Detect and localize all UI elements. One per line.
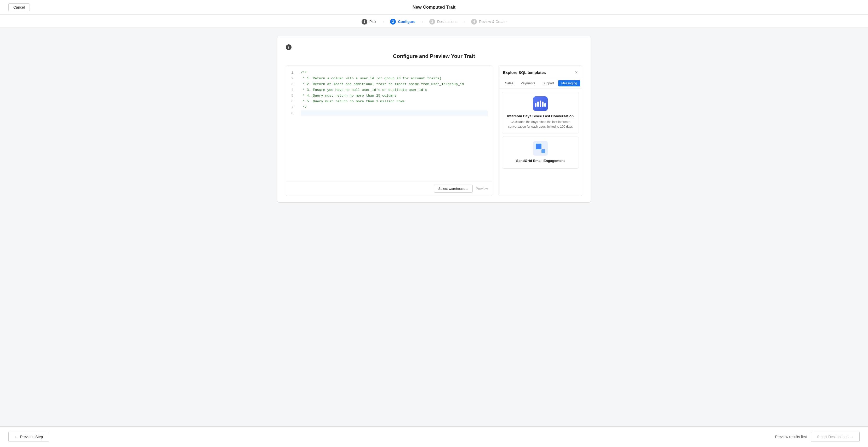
previous-step-button[interactable]: ← Previous Step bbox=[8, 432, 49, 442]
square-2 bbox=[541, 149, 545, 153]
code-editor[interactable]: 1 2 3 4 5 6 7 8 /** * 1. Return a column… bbox=[286, 66, 492, 181]
editor-footer: Select warehouse... Preview bbox=[286, 181, 492, 196]
editor-panel-container: 1 2 3 4 5 6 7 8 /** * 1. Return a column… bbox=[286, 66, 582, 196]
select-destinations-button[interactable]: Select Destinations → bbox=[811, 432, 860, 442]
step-pick[interactable]: 1 Pick bbox=[355, 19, 382, 25]
template-tabs: Sales Payments Support Messaging bbox=[499, 78, 582, 89]
square-1 bbox=[536, 144, 541, 149]
cancel-button[interactable]: Cancel bbox=[8, 3, 30, 11]
template-list: Intercom Days Since Last Conversation Ca… bbox=[499, 89, 582, 196]
intercom-template-desc: Calculates the days since the last Inter… bbox=[506, 119, 575, 129]
step-pick-circle: 1 bbox=[362, 19, 367, 25]
sendgrid-squares bbox=[536, 144, 545, 153]
sql-panel-title: Explore SQL templates bbox=[503, 70, 546, 75]
step-configure-circle: 2 bbox=[390, 19, 396, 25]
preview-results-text: Preview results first bbox=[775, 435, 807, 439]
bar-1 bbox=[535, 103, 536, 107]
prev-step-label: Previous Step bbox=[20, 435, 43, 439]
bottom-bar: ← Previous Step Preview results first Se… bbox=[0, 426, 868, 447]
select-dest-label: Select Destinations bbox=[817, 435, 848, 439]
template-card-sendgrid[interactable]: SendGrid Email Engagement bbox=[502, 137, 579, 169]
close-sql-panel-button[interactable]: × bbox=[575, 70, 578, 75]
bar-5 bbox=[544, 103, 546, 107]
page-title: New Computed Trait bbox=[412, 5, 456, 10]
step-destinations[interactable]: 3 Destinations bbox=[423, 19, 464, 25]
line-numbers: 1 2 3 4 5 6 7 8 bbox=[286, 70, 297, 177]
bar-2 bbox=[537, 102, 539, 107]
intercom-template-name: Intercom Days Since Last Conversation bbox=[506, 114, 575, 118]
select-dest-arrow-icon: → bbox=[850, 435, 854, 439]
sql-templates-panel: Explore SQL templates × Sales Payments S… bbox=[499, 66, 582, 196]
sendgrid-template-name: SendGrid Email Engagement bbox=[506, 159, 575, 163]
bar-3 bbox=[539, 101, 541, 107]
step-review-create[interactable]: 4 Review & Create bbox=[465, 19, 513, 25]
intercom-icon bbox=[533, 96, 548, 111]
bar-4 bbox=[542, 102, 544, 107]
select-warehouse-button[interactable]: Select warehouse... bbox=[434, 184, 473, 193]
main-content: i Configure and Preview Your Trait 1 2 3… bbox=[0, 27, 868, 211]
prev-arrow-icon: ← bbox=[14, 435, 18, 439]
sendgrid-icon bbox=[533, 141, 548, 156]
info-icon: i bbox=[286, 44, 291, 50]
template-card-intercom[interactable]: Intercom Days Since Last Conversation Ca… bbox=[502, 92, 579, 133]
step-configure-label: Configure bbox=[398, 20, 415, 24]
tab-sales[interactable]: Sales bbox=[502, 80, 516, 87]
step-review-label: Review & Create bbox=[479, 20, 506, 24]
code-editor-wrap: 1 2 3 4 5 6 7 8 /** * 1. Return a column… bbox=[286, 66, 492, 196]
tab-support[interactable]: Support bbox=[539, 80, 557, 87]
step-destinations-label: Destinations bbox=[437, 20, 457, 24]
preview-button: Preview bbox=[476, 187, 488, 191]
stepper: 1 Pick › 2 Configure › 3 Destinations › … bbox=[0, 14, 868, 27]
step-pick-label: Pick bbox=[369, 20, 376, 24]
right-actions: Preview results first Select Destination… bbox=[775, 432, 860, 442]
code-content[interactable]: /** * 1. Return a column with a user_id … bbox=[297, 70, 492, 177]
step-review-circle: 4 bbox=[471, 19, 477, 25]
intercom-bars bbox=[535, 101, 546, 107]
configure-title: Configure and Preview Your Trait bbox=[286, 53, 582, 59]
step-configure[interactable]: 2 Configure bbox=[384, 19, 422, 25]
tab-messaging[interactable]: Messaging bbox=[558, 80, 580, 87]
configure-card: i Configure and Preview Your Trait 1 2 3… bbox=[277, 36, 591, 203]
tab-payments[interactable]: Payments bbox=[518, 80, 538, 87]
step-destinations-circle: 3 bbox=[429, 19, 435, 25]
top-header: Cancel New Computed Trait bbox=[0, 0, 868, 14]
sql-panel-header: Explore SQL templates × bbox=[499, 66, 582, 78]
